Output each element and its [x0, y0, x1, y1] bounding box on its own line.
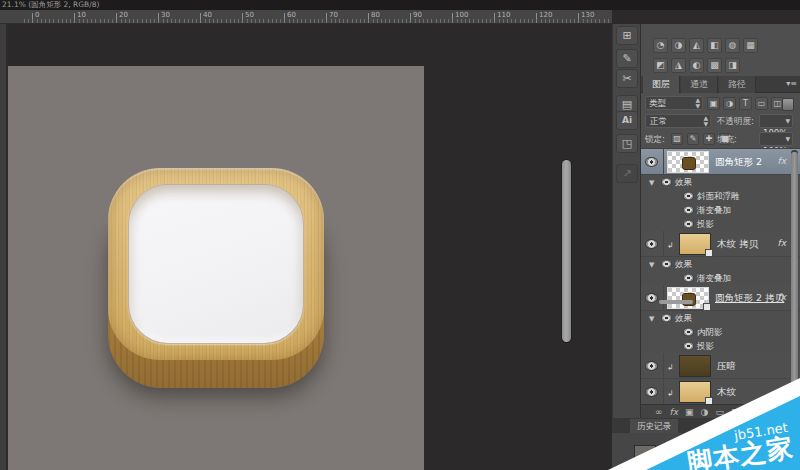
horizontal-ruler[interactable]: 0102030405060708090100110120130: [0, 10, 612, 24]
layer-row[interactable]: 圆角矩形 2 拷贝fx▲: [641, 285, 800, 311]
ruler-tick-line: [74, 13, 75, 23]
color-balance-adjustment-icon[interactable]: ◭: [689, 38, 704, 53]
tool-presets-panel-icon[interactable]: ✂: [616, 69, 638, 88]
filter-adjustment-layers-icon[interactable]: ◑: [723, 97, 736, 110]
layer-thumbnail[interactable]: [667, 287, 709, 309]
layer-name[interactable]: 木纹 拷贝: [717, 238, 758, 251]
3d-panel-icon[interactable]: ◳: [616, 134, 638, 153]
channel-mixer-adjustment-icon[interactable]: ▦: [743, 38, 758, 53]
tab-history[interactable]: 历史记录: [630, 419, 678, 433]
document-scrollbar[interactable]: [562, 160, 571, 342]
visibility-eye-icon[interactable]: [646, 294, 657, 302]
panels-group-icon[interactable]: ⊞: [616, 26, 638, 45]
effect-item-row[interactable]: 投影: [641, 339, 800, 353]
eye-column-divider: [663, 149, 664, 174]
lock-transparency-icon[interactable]: ▨: [671, 133, 683, 145]
layer-row[interactable]: 圆角矩形 2fx▲: [641, 149, 800, 175]
ruler-tick-label: 50: [245, 11, 254, 19]
share-panel-icon[interactable]: ↗: [616, 164, 638, 183]
black-white-adjustment-icon[interactable]: ◧: [707, 38, 722, 53]
add-mask-icon[interactable]: ▣: [685, 406, 694, 418]
visibility-eye-icon[interactable]: [684, 207, 693, 214]
eye-column-divider: [663, 285, 664, 310]
effect-item-row[interactable]: 渐变叠加: [641, 271, 800, 285]
brush-panel-icon[interactable]: ✎: [616, 49, 638, 68]
selective-color-adjustment-icon[interactable]: ◨: [725, 58, 740, 73]
layer-name[interactable]: 压暗: [717, 360, 736, 373]
layer-name[interactable]: 圆角矩形 2: [715, 156, 762, 169]
tab-layers[interactable]: 图层: [643, 76, 680, 93]
visibility-eye-icon[interactable]: [646, 158, 657, 166]
ruler-tick-line: [578, 13, 579, 23]
vertical-ruler[interactable]: [0, 24, 7, 470]
link-layers-icon[interactable]: ∞: [655, 406, 663, 418]
layer-name[interactable]: 圆角矩形 2 拷贝: [715, 292, 784, 305]
layer-name[interactable]: 木纹: [717, 386, 736, 399]
visibility-eye-icon[interactable]: [646, 240, 657, 248]
layer-thumbnail[interactable]: [679, 381, 711, 403]
layer-thumbnail[interactable]: [679, 233, 711, 255]
opacity-dropdown[interactable]: ▼ 100%: [759, 114, 793, 128]
visibility-eye-icon[interactable]: [684, 343, 693, 350]
visibility-eye-icon[interactable]: [662, 261, 671, 268]
visibility-eye-icon[interactable]: [684, 275, 693, 282]
filter-toggle-switch[interactable]: [782, 98, 794, 111]
document-title: 21.1% (圆角矩形 2, RGB/8): [0, 0, 800, 10]
fx-badge[interactable]: fx: [778, 238, 787, 248]
effects-header-row[interactable]: ▼效果: [641, 257, 800, 271]
filter-type-layers-icon[interactable]: T: [739, 97, 752, 110]
visibility-eye-icon[interactable]: [684, 221, 693, 228]
visibility-eye-icon[interactable]: [646, 362, 657, 370]
effect-item-row[interactable]: 内阴影: [641, 325, 800, 339]
hue-saturation-adjustment-icon[interactable]: ◑: [671, 38, 686, 53]
fill-label: 填充:: [717, 134, 737, 146]
layer-thumbnail[interactable]: [679, 355, 711, 377]
vibrance-adjustment-icon[interactable]: ◔: [653, 38, 668, 53]
effects-header-row[interactable]: ▼效果: [641, 175, 800, 189]
visibility-eye-icon[interactable]: [684, 329, 693, 336]
posterize-adjustment-icon[interactable]: ◮: [671, 58, 686, 73]
lock-image-icon[interactable]: ✎: [687, 133, 699, 145]
effects-header-row[interactable]: ▼效果: [641, 311, 800, 325]
photo-filter-adjustment-icon[interactable]: ◍: [725, 38, 740, 53]
clipping-mask-arrow-icon: ↲: [667, 389, 674, 398]
layers-scrollbar-thumb[interactable]: [791, 152, 798, 402]
visibility-eye-icon[interactable]: [662, 179, 671, 186]
lock-label: 锁定:: [645, 134, 665, 146]
layers-scrollbar[interactable]: [791, 150, 798, 402]
canvas-artboard[interactable]: [8, 66, 424, 470]
effects-caret-icon[interactable]: ▼: [649, 261, 654, 269]
effect-name: 渐变叠加: [697, 273, 731, 285]
layer-row[interactable]: ↲压暗: [641, 353, 800, 379]
visibility-eye-icon[interactable]: [662, 315, 671, 322]
effect-item-row[interactable]: 斜面和浮雕: [641, 189, 800, 203]
layers-hscroll-thumb[interactable]: [659, 300, 693, 304]
adjustments-row-1: ◔◑◭◧◍▦: [653, 38, 793, 54]
visibility-eye-icon[interactable]: [646, 388, 657, 396]
layer-style-icon[interactable]: fx: [670, 406, 679, 418]
filter-pixel-layers-icon[interactable]: ▣: [707, 97, 720, 110]
threshold-adjustment-icon[interactable]: ◐: [689, 58, 704, 73]
gradient-map-adjustment-icon[interactable]: ▩: [707, 58, 722, 73]
effect-item-row[interactable]: 投影: [641, 217, 800, 231]
effect-item-row[interactable]: 渐变叠加: [641, 203, 800, 217]
effects-caret-icon[interactable]: ▼: [649, 179, 654, 187]
filter-kind-dropdown[interactable]: ▲▼ 类型: [645, 96, 703, 110]
invert-adjustment-icon[interactable]: ◩: [653, 58, 668, 73]
visibility-eye-icon[interactable]: [684, 193, 693, 200]
lock-row: 锁定: ▨✎✚■ 填充: ▼ 100%: [641, 131, 800, 148]
blend-mode-dropdown[interactable]: ▲▼ 正常: [645, 114, 711, 128]
layer-thumbnail[interactable]: [667, 151, 709, 173]
lock-position-icon[interactable]: ✚: [703, 133, 715, 145]
fill-dropdown[interactable]: ▼ 100%: [759, 132, 793, 146]
tab-paths[interactable]: 路径: [719, 76, 756, 93]
effects-caret-icon[interactable]: ▼: [649, 315, 654, 323]
ai-panel-icon[interactable]: Ai: [616, 111, 638, 130]
panel-menu-icon[interactable]: ▾≡: [786, 79, 797, 88]
filter-shape-layers-icon[interactable]: ▭: [755, 97, 768, 110]
new-adjustment-layer-icon[interactable]: ◑: [701, 406, 709, 418]
layer-row[interactable]: ↲木纹 拷贝fx▲: [641, 231, 800, 257]
fx-badge[interactable]: fx: [778, 156, 787, 166]
tab-channels[interactable]: 通道: [681, 76, 718, 93]
fx-badge[interactable]: fx: [778, 292, 787, 302]
